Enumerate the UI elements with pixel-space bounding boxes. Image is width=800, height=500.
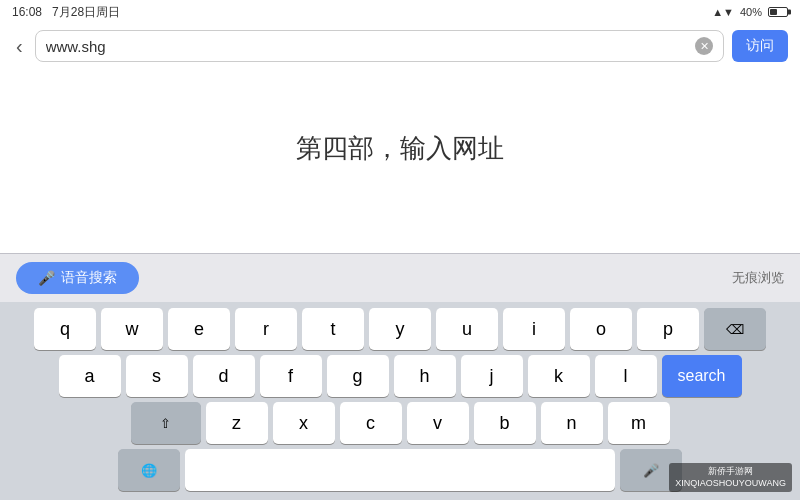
hint-text: 第四部，输入网址 xyxy=(296,131,504,166)
battery-fill xyxy=(770,9,777,15)
backspace-key[interactable]: ⌫ xyxy=(704,308,766,350)
status-time-date: 16:08 7月28日周日 xyxy=(12,4,120,21)
mic-icon: 🎤 xyxy=(38,270,55,286)
key-b[interactable]: b xyxy=(474,402,536,444)
key-o[interactable]: o xyxy=(570,308,632,350)
key-k[interactable]: k xyxy=(528,355,590,397)
visit-button[interactable]: 访问 xyxy=(732,30,788,62)
battery-text: 40% xyxy=(740,6,762,18)
signal-icon: ▲▼ xyxy=(712,6,734,18)
key-v[interactable]: v xyxy=(407,402,469,444)
watermark: 新侨手游网 XINQIAOSHOUYOUWANG xyxy=(669,463,792,492)
key-a[interactable]: a xyxy=(59,355,121,397)
main-content: 第四部，输入网址 xyxy=(0,68,800,228)
key-p[interactable]: p xyxy=(637,308,699,350)
key-e[interactable]: e xyxy=(168,308,230,350)
key-f[interactable]: f xyxy=(260,355,322,397)
space-key[interactable] xyxy=(185,449,615,491)
key-m[interactable]: m xyxy=(608,402,670,444)
key-s[interactable]: s xyxy=(126,355,188,397)
key-d[interactable]: d xyxy=(193,355,255,397)
voice-search-button[interactable]: 🎤 语音搜索 xyxy=(16,262,139,294)
status-date: 7月28日周日 xyxy=(52,5,120,19)
status-bar: 16:08 7月28日周日 ▲▼ 40% xyxy=(0,0,800,24)
globe-key[interactable]: 🌐 xyxy=(118,449,180,491)
key-r[interactable]: r xyxy=(235,308,297,350)
key-y[interactable]: y xyxy=(369,308,431,350)
incognito-text: 无痕浏览 xyxy=(732,269,784,287)
address-input[interactable] xyxy=(46,38,689,55)
key-x[interactable]: x xyxy=(273,402,335,444)
address-input-wrap[interactable]: ✕ xyxy=(35,30,724,62)
key-j[interactable]: j xyxy=(461,355,523,397)
watermark-line1: 新侨手游网 xyxy=(675,465,786,478)
key-i[interactable]: i xyxy=(503,308,565,350)
key-h[interactable]: h xyxy=(394,355,456,397)
address-bar-row: ‹ ✕ 访问 xyxy=(0,24,800,68)
key-q[interactable]: q xyxy=(34,308,96,350)
key-u[interactable]: u xyxy=(436,308,498,350)
key-row-1: q w e r t y u i o p ⌫ xyxy=(3,308,797,350)
key-c[interactable]: c xyxy=(340,402,402,444)
key-n[interactable]: n xyxy=(541,402,603,444)
key-w[interactable]: w xyxy=(101,308,163,350)
watermark-line2: XINQIAOSHOUYOUWANG xyxy=(675,477,786,490)
voice-label: 语音搜索 xyxy=(61,269,117,287)
key-g[interactable]: g xyxy=(327,355,389,397)
voice-bar: 🎤 语音搜索 无痕浏览 xyxy=(0,253,800,302)
key-l[interactable]: l xyxy=(595,355,657,397)
search-key[interactable]: search xyxy=(662,355,742,397)
battery-icon xyxy=(768,7,788,17)
status-time: 16:08 xyxy=(12,5,42,19)
key-row-3: ⇧ z x c v b n m xyxy=(3,402,797,444)
shift-key[interactable]: ⇧ xyxy=(131,402,201,444)
back-button[interactable]: ‹ xyxy=(12,35,27,58)
key-row-2: a s d f g h j k l search xyxy=(3,355,797,397)
status-right: ▲▼ 40% xyxy=(712,6,788,18)
clear-button[interactable]: ✕ xyxy=(695,37,713,55)
key-t[interactable]: t xyxy=(302,308,364,350)
key-z[interactable]: z xyxy=(206,402,268,444)
